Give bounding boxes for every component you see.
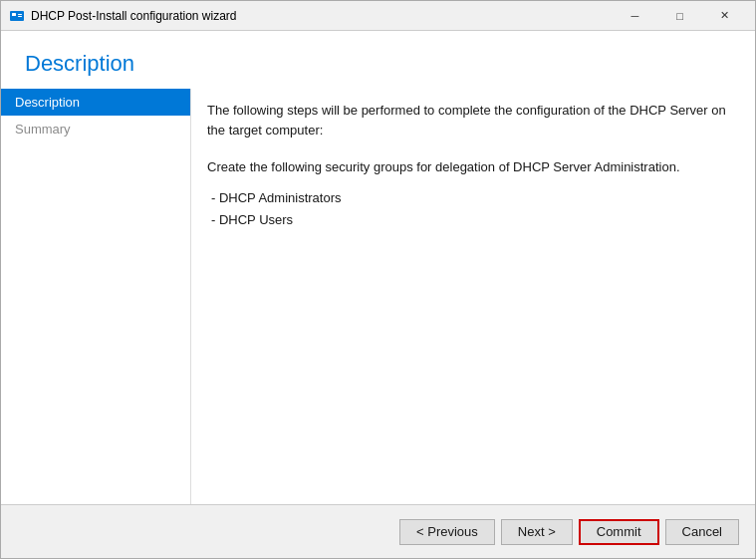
page-title: Description bbox=[25, 51, 731, 77]
wizard-window: DHCP Post-Install configuration wizard ─… bbox=[0, 0, 756, 559]
content-area: Description Description Summary The foll… bbox=[1, 31, 755, 504]
commit-button[interactable]: Commit bbox=[579, 519, 659, 545]
sidebar-item-description-label: Description bbox=[15, 95, 80, 110]
app-icon bbox=[9, 8, 25, 24]
page-title-section: Description bbox=[1, 31, 755, 89]
title-bar: DHCP Post-Install configuration wizard ─… bbox=[1, 1, 755, 31]
security-groups-list: - DHCP Administrators - DHCP Users bbox=[207, 187, 731, 231]
sidebar-item-description[interactable]: Description bbox=[1, 89, 190, 116]
list-item-administrators: - DHCP Administrators bbox=[211, 187, 731, 209]
sidebar: Description Summary bbox=[1, 89, 190, 504]
right-panel: The following steps will be performed to… bbox=[191, 89, 755, 504]
sidebar-item-summary[interactable]: Summary bbox=[1, 116, 190, 142]
svg-rect-0 bbox=[10, 11, 24, 21]
previous-button[interactable]: < Previous bbox=[399, 519, 495, 545]
window-controls: ─ □ ✕ bbox=[613, 1, 747, 31]
section-title: Create the following security groups for… bbox=[207, 157, 731, 177]
intro-text: The following steps will be performed to… bbox=[207, 101, 731, 140]
svg-rect-1 bbox=[12, 13, 16, 16]
main-body: Description Summary The following steps … bbox=[1, 89, 755, 504]
cancel-button[interactable]: Cancel bbox=[665, 519, 739, 545]
minimize-button[interactable]: ─ bbox=[613, 1, 657, 31]
window-title: DHCP Post-Install configuration wizard bbox=[31, 9, 613, 23]
sidebar-item-summary-label: Summary bbox=[15, 122, 71, 137]
footer: < Previous Next > Commit Cancel bbox=[1, 504, 755, 558]
list-item-users: - DHCP Users bbox=[211, 209, 731, 231]
svg-rect-2 bbox=[18, 14, 22, 15]
next-button[interactable]: Next > bbox=[501, 519, 573, 545]
maximize-button[interactable]: □ bbox=[657, 1, 702, 31]
close-button[interactable]: ✕ bbox=[702, 1, 747, 31]
svg-rect-3 bbox=[18, 16, 22, 17]
